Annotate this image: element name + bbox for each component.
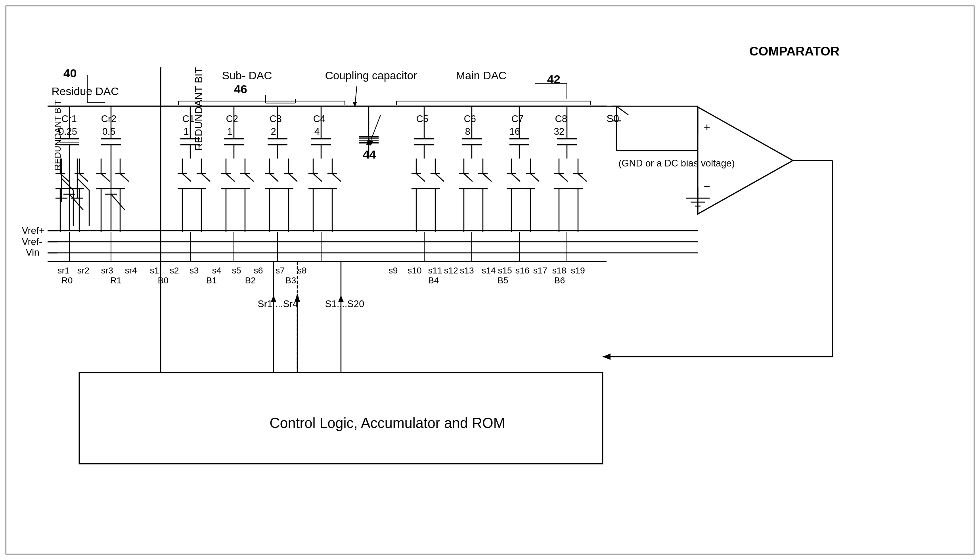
s11-label: s11 [428, 266, 442, 275]
c4-label: C4 [313, 113, 325, 124]
vref-minus-label: Vref- [22, 236, 42, 247]
r1-label: R1 [110, 275, 121, 285]
b0-label: B0 [158, 275, 168, 285]
diagram-container: 40 Residue DAC REDUNDANT BIT Sub- DAC 46… [0, 0, 980, 560]
cr2-val-label: 0.5 [102, 126, 115, 137]
sr4-label: sr4 [125, 266, 137, 275]
c6-label: C6 [464, 113, 476, 124]
ref46-label: 46 [234, 82, 247, 96]
b4-label: B4 [428, 275, 439, 285]
s12-label: s12 [444, 266, 458, 275]
c3-label: C3 [270, 113, 282, 124]
redundant-bit-vertical: REDUNDANT BIT [53, 100, 63, 170]
b2-label: B2 [245, 275, 256, 285]
b1-label: B1 [206, 275, 217, 285]
c8-label: C8 [555, 113, 567, 124]
control-logic-label: Control Logic, Accumulator and ROM [270, 415, 505, 431]
sr1-sr4-label: Sr1....Sr4 [258, 298, 298, 309]
s13-label: s13 [460, 266, 474, 275]
ref44-label: 44 [363, 148, 376, 161]
c4-val-label: 4 [314, 126, 320, 137]
residue-dac-label: Residue DAC [52, 85, 119, 97]
sub-dac-label: Sub- DAC [222, 69, 272, 82]
c2-val-label: 1 [227, 126, 232, 137]
s5-label: s5 [232, 266, 241, 275]
s19-label: s19 [571, 266, 585, 275]
plus-sign: + [704, 121, 710, 133]
b3-label: B3 [285, 275, 296, 285]
c1-val-label: 1 [184, 126, 189, 137]
minus-sign: − [704, 180, 710, 193]
s10-label: s10 [408, 266, 421, 275]
coupling-cap-label: Coupling capacitor [325, 69, 417, 82]
s7-label: s7 [276, 266, 285, 275]
s8-label: s8 [297, 266, 306, 275]
cr2-label: Cr2 [101, 113, 117, 124]
main-dac-label: Main DAC [456, 69, 507, 82]
s1-label: s1 [150, 266, 159, 275]
c7-val-label: 16 [509, 126, 520, 137]
c6-val-label: 8 [465, 126, 470, 137]
vref-plus-label: Vref+ [22, 225, 44, 236]
ref42-label: 42 [547, 73, 560, 86]
redundant-bit-label: REDUNDANT BIT [193, 67, 205, 151]
vin-label: Vin [26, 247, 39, 258]
c3-val-label: 2 [271, 126, 276, 137]
s2-label: s2 [170, 266, 179, 275]
gnd-note-label: (GND or a DC bias voltage) [618, 158, 735, 168]
b6-label: B6 [554, 275, 565, 285]
s18-label: s18 [552, 266, 566, 275]
c8-val-label: 32 [554, 126, 565, 137]
sr1-label: sr1 [57, 266, 70, 275]
comparator-label: COMPARATOR [749, 44, 840, 58]
s6-label: s6 [254, 266, 263, 275]
sr3-label: sr3 [101, 266, 113, 275]
sr2-label: sr2 [77, 266, 90, 275]
s9-label: s9 [389, 266, 398, 275]
s16-label: s16 [515, 266, 529, 275]
s4-label: s4 [212, 266, 221, 275]
s15-label: s15 [498, 266, 512, 275]
r0-label: R0 [61, 275, 73, 285]
c1-label: C1 [182, 113, 195, 124]
c7-label: C7 [511, 113, 524, 124]
s3-label: s3 [189, 266, 199, 275]
s17-label: s17 [533, 266, 547, 275]
s0-label: S0 [607, 113, 619, 124]
c5-label: C5 [416, 113, 429, 124]
ref40-label: 40 [63, 67, 77, 80]
s1-s20-label: S1....S20 [325, 298, 364, 309]
b5-label: B5 [498, 275, 508, 285]
s14-label: s14 [482, 266, 496, 275]
c2-label: C2 [226, 113, 238, 124]
